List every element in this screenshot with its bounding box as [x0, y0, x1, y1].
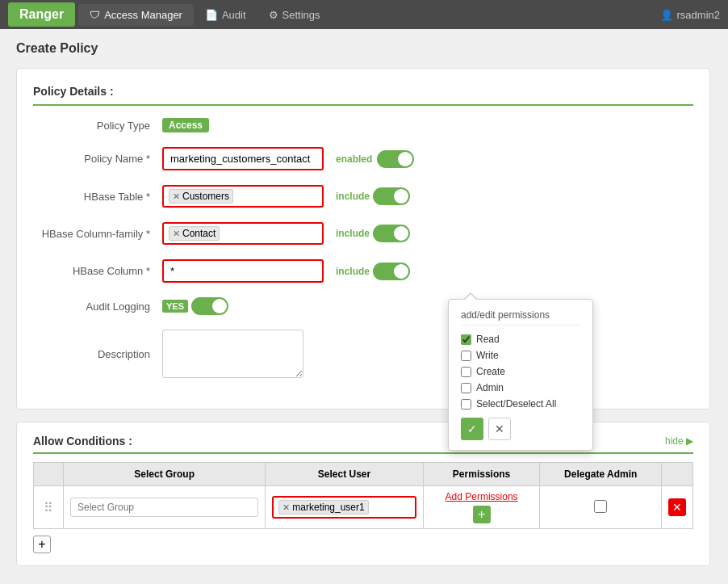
col-select-user-header: Select User — [266, 463, 423, 486]
hbase-table-label: HBase Table * — [33, 191, 162, 203]
confirm-icon: ✓ — [467, 422, 477, 435]
user-tag: ✕ marketing_user1 — [278, 500, 368, 515]
enabled-toggle-wrap: enabled — [336, 150, 414, 168]
policy-type-row: Policy Type Access — [33, 118, 693, 132]
allow-conditions-title-row: Allow Conditions : hide ▶ — [33, 435, 693, 454]
permissions-popup: add/edit permissions Read Write Create A… — [448, 299, 593, 451]
audit-yes-label: YES — [162, 300, 188, 313]
col-drag — [34, 463, 64, 486]
write-label: Write — [476, 350, 499, 361]
cancel-icon: ✕ — [495, 422, 504, 435]
delegate-admin-checkbox[interactable] — [594, 500, 607, 513]
policy-details-card: Policy Details : Policy Type Access Poli… — [16, 68, 710, 410]
add-permissions-plus-button[interactable]: + — [473, 506, 491, 523]
gear-icon: ⚙ — [269, 9, 278, 21]
write-checkbox-row: Write — [461, 350, 580, 361]
bottom-buttons: Add Cancel — [16, 578, 710, 584]
user-tag-remove[interactable]: ✕ — [282, 502, 290, 513]
select-deselect-label: Select/Deselect All — [476, 398, 556, 410]
popup-actions: ✓ ✕ — [461, 418, 580, 440]
policy-type-label: Policy Type — [33, 120, 162, 132]
delegate-admin-cell — [540, 486, 662, 529]
drag-handle-cell: ⠿ — [34, 486, 64, 529]
user-cell: ✕ marketing_user1 — [266, 486, 423, 529]
policy-details-section-title: Policy Details : — [33, 85, 693, 106]
create-label: Create — [476, 366, 505, 377]
hbase-column-family-label: HBase Column-family * — [33, 228, 162, 240]
hbase-column-family-tag-remove[interactable]: ✕ — [173, 229, 180, 239]
hbase-column-family-include-toggle: include — [336, 225, 410, 242]
description-label: Description — [33, 348, 162, 360]
popup-title: add/edit permissions — [461, 309, 580, 326]
hbase-column-include-label: include — [336, 266, 370, 277]
description-row: Description — [33, 330, 693, 378]
add-row-plus-icon: + — [38, 537, 45, 552]
hbase-table-include-toggle: include — [336, 187, 410, 205]
add-permissions-link[interactable]: Add Permissions — [430, 491, 533, 502]
nav-access-manager[interactable]: 🛡 Access Manager — [78, 4, 194, 26]
user-info: 👤 rsadmin2 — [660, 9, 720, 21]
delete-row-button[interactable]: ✕ — [668, 498, 686, 516]
plus-icon: + — [478, 507, 485, 522]
popup-arrow-inner — [465, 294, 476, 300]
permissions-cell: Add Permissions + — [423, 486, 540, 529]
drag-handle-icon[interactable]: ⠿ — [40, 501, 56, 515]
audit-logging-label: Audit Logging — [33, 300, 162, 313]
hbase-column-family-toggle-switch[interactable] — [373, 225, 410, 242]
hbase-column-family-input[interactable]: ✕ Contact — [162, 222, 324, 245]
read-checkbox[interactable] — [461, 334, 471, 345]
popup-cancel-button[interactable]: ✕ — [488, 418, 511, 440]
write-checkbox[interactable] — [461, 351, 471, 361]
top-navigation: Ranger 🛡 Access Manager 📄 Audit ⚙ Settin… — [0, 0, 728, 29]
select-user-input[interactable]: ✕ marketing_user1 — [272, 496, 416, 519]
select-deselect-checkbox-row: Select/Deselect All — [461, 398, 580, 410]
select-deselect-checkbox[interactable] — [461, 399, 471, 410]
hbase-column-family-row: HBase Column-family * ✕ Contact include — [33, 222, 693, 245]
enabled-toggle[interactable] — [377, 150, 414, 168]
hbase-table-input[interactable]: ✕ Customers — [162, 185, 324, 208]
shield-icon: 🛡 — [90, 9, 100, 21]
nav-audit[interactable]: 📄 Audit — [194, 4, 257, 26]
hbase-column-family-include-label: include — [336, 228, 370, 239]
description-input[interactable] — [162, 330, 303, 378]
hbase-column-toggle-switch[interactable] — [373, 263, 410, 280]
admin-checkbox[interactable] — [461, 383, 471, 393]
policy-type-badge: Access — [162, 118, 209, 132]
create-checkbox[interactable] — [461, 367, 471, 377]
admin-checkbox-row: Admin — [461, 382, 580, 393]
create-checkbox-row: Create — [461, 366, 580, 377]
col-permissions-header: Permissions — [423, 463, 540, 486]
policy-name-row: Policy Name * enabled — [33, 147, 693, 170]
hbase-table-include-label: include — [336, 191, 370, 202]
admin-label: Admin — [476, 382, 504, 393]
hbase-column-label: HBase Column * — [33, 265, 162, 277]
hbase-table-tag-remove[interactable]: ✕ — [173, 191, 180, 202]
hbase-column-include-toggle: include — [336, 263, 410, 280]
popup-confirm-button[interactable]: ✓ — [461, 418, 483, 440]
main-content: Create Policy Policy Details : Policy Ty… — [0, 29, 726, 584]
allow-conditions-section: Allow Conditions : hide ▶ Select Group S… — [16, 422, 710, 566]
table-row: ⠿ ✕ marketing_user1 — [34, 486, 693, 529]
brand-logo: Ranger — [8, 2, 75, 27]
hbase-table-tag: ✕ Customers — [169, 189, 233, 204]
col-delegate-admin-header: Delegate Admin — [540, 463, 662, 486]
nav-settings[interactable]: ⚙ Settings — [257, 4, 332, 26]
hide-link[interactable]: hide ▶ — [665, 435, 693, 447]
col-action-header — [662, 463, 693, 486]
select-group-input[interactable] — [70, 498, 258, 517]
conditions-table: Select Group Select User Permissions Del… — [33, 462, 693, 529]
hbase-table-include-toggle-switch[interactable] — [373, 187, 410, 205]
add-row-button[interactable]: + — [33, 536, 51, 553]
audit-logging-toggle[interactable] — [191, 297, 228, 315]
policy-name-input[interactable] — [162, 147, 324, 170]
user-icon: 👤 — [660, 9, 673, 21]
delete-cell: ✕ — [662, 486, 693, 529]
enabled-label: enabled — [336, 153, 372, 165]
permissions-popup-overlay: add/edit permissions Read Write Create A… — [448, 299, 593, 451]
read-checkbox-row: Read — [461, 334, 580, 345]
hbase-column-row: HBase Column * include — [33, 259, 693, 283]
group-cell — [64, 486, 266, 529]
audit-logging-toggle-wrap: YES — [162, 297, 228, 315]
read-label: Read — [476, 334, 500, 345]
hbase-column-input[interactable] — [162, 259, 324, 283]
